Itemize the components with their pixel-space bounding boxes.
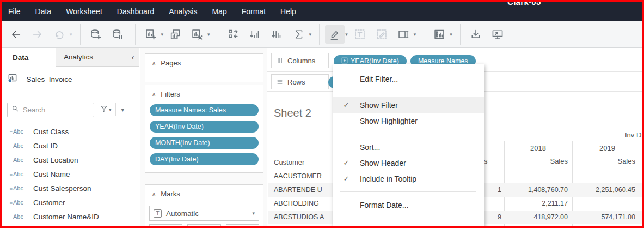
rows-shelf-label: Rows [271,74,329,89]
field-item[interactable]: AbcCust Salesperson [2,181,139,195]
field-item[interactable]: Date [2,224,139,228]
menubar-item-file[interactable]: File [8,7,21,16]
field-item[interactable]: AbcCust Name [2,167,139,181]
field-item-label: Customer Name&ID [33,213,99,221]
filter-pill[interactable]: Measure Names: Sales [150,104,259,116]
string-field-icon: Abc [2,128,23,135]
toolbar-separator [460,24,461,45]
toolbar-separator [424,24,424,45]
customer-cell[interactable]: ABARTENDE U [274,186,322,194]
menubar-item-map[interactable]: Map [212,7,226,16]
top-header-inv-date[interactable]: Inv D [625,131,641,139]
sort-ascending-button[interactable] [246,25,265,44]
replay-caret-icon[interactable]: ▾ [70,32,72,37]
tab-data[interactable]: Data [2,48,56,67]
sales-value-2019[interactable]: 574,171.00 [572,213,635,221]
presentation-mode-button[interactable] [488,25,507,44]
clear-sheet-caret-icon[interactable]: ▾ [207,32,210,37]
highlight-button[interactable] [325,25,345,44]
window-title: Clark-05 [507,0,541,7]
year-header-2019[interactable]: 2019 [572,144,642,152]
field-item[interactable]: AbcCust Location [2,153,139,167]
menu-item-show-header[interactable]: ✓Show Header [333,155,484,171]
redo-button[interactable] [28,25,47,44]
new-worksheet-button[interactable] [141,25,161,44]
string-field-icon: Abc [2,185,23,191]
filter-pill[interactable]: MONTH(Inv Date) [150,137,259,149]
filter-pill[interactable]: DAY(Inv Date) [150,153,259,165]
sheet-title: Sheet 2 [274,107,311,119]
customer-cell[interactable]: AACUSTOMER [274,172,322,180]
add-data-source-button[interactable] [86,25,106,44]
field-filter-button[interactable]: ▾ [100,104,112,115]
show-mark-labels-icon [354,28,366,40]
collapse-icon: ‹ [132,52,134,62]
menubar-item-help[interactable]: Help [280,7,296,16]
checkmark-icon: ✓ [333,175,360,183]
totals-caret-icon[interactable]: ▾ [309,32,312,37]
fit-button[interactable] [394,25,413,44]
sales-header-2018[interactable]: Sales [504,157,568,165]
show-me-caret-icon[interactable]: ▾ [450,32,452,37]
filters-card[interactable]: ∧Filters Measure Names: SalesYEAR(Inv Da… [145,85,263,173]
collapse-filters-icon: ∧ [152,91,156,97]
sales-header-2019[interactable]: Sales [572,157,635,165]
sales-value-2018[interactable]: 418,972.00 [504,213,568,221]
menubar-item-data[interactable]: Data [35,7,52,16]
highlight-caret-icon[interactable]: ▾ [345,32,348,37]
row-header-customer[interactable]: Customer [274,158,304,166]
menubar-item-analysis[interactable]: Analysis [169,7,197,16]
fit-icon [397,28,409,40]
tab-analytics[interactable]: Analytics [56,48,127,67]
pages-card[interactable]: ∧Pages [145,53,263,82]
sort-descending-button[interactable] [267,25,287,44]
pause-auto-updates-button[interactable] [108,25,127,44]
datasource-row[interactable]: _Sales_Invoice [2,67,139,92]
duplicate-sheet-button[interactable] [165,25,185,44]
menu-item-format-date[interactable]: Format Date... [333,197,484,213]
field-item[interactable]: AbcCust Class [2,124,139,139]
size-button[interactable] [187,224,220,228]
menu-item-show-filter[interactable]: ✓Show Filter [333,97,484,113]
undo-button[interactable] [6,25,26,44]
swap-rows-columns-button[interactable] [224,25,243,44]
field-item[interactable]: AbcCustomer [2,195,139,209]
hidden-column-value-fragment: 9 [485,213,501,221]
sales-value-2018[interactable]: 2,211.17 [504,200,568,207]
pill-label: Measure Names [418,57,468,65]
menu-item-edit-filter[interactable]: Edit Filter... [333,71,484,87]
menubar-item-format[interactable]: Format [242,7,266,16]
highlight-icon [329,28,341,40]
field-item-label: Cust Class [33,128,69,136]
show-me-button[interactable] [430,25,449,44]
customer-cell[interactable]: ABCSTUDIOS A [274,213,324,221]
field-item[interactable]: AbcCustomer Name&ID [2,209,139,224]
download-button[interactable] [466,25,486,44]
collapse-pane-button[interactable]: ‹ [127,48,139,67]
filter-pill[interactable]: YEAR(Inv Date) [150,121,259,133]
totals-button[interactable] [289,25,309,44]
annotate-button[interactable] [372,25,391,44]
show-mark-labels-button[interactable] [350,25,370,44]
menu-item-show-highlighter[interactable]: Show Highlighter [333,113,484,129]
menubar-item-dashboard[interactable]: Dashboard [117,7,155,16]
marks-card[interactable]: ∧Marks T Automatic ▾ [145,184,263,228]
search-input[interactable]: Search [7,103,94,117]
mark-type-dropdown[interactable]: T Automatic ▾ [149,206,259,221]
field-item[interactable]: AbcCust ID [2,139,139,153]
clear-sheet-button[interactable] [187,25,207,44]
sales-value-2019[interactable]: 2,251,060.45 [572,186,635,194]
new-worksheet-caret-icon[interactable]: ▾ [161,32,164,37]
menu-item-include-in-tooltip[interactable]: ✓Include in Tooltip [333,171,484,187]
field-item-label: Cust Salesperson [33,184,91,193]
year-header-2018[interactable]: 2018 [504,144,572,152]
sales-value-2018[interactable]: 1,408,760.70 [504,186,568,194]
fit-caret-icon[interactable]: ▾ [414,32,416,37]
menu-item-sort[interactable]: Sort... [333,139,484,155]
field-list-options-button[interactable]: ▾ [121,106,125,113]
text-button[interactable] [226,224,259,228]
customer-cell[interactable]: ABCHOLDING [274,200,319,207]
color-button[interactable] [149,224,182,228]
replay-button[interactable] [50,25,69,44]
menubar-item-worksheet[interactable]: Worksheet [66,7,102,16]
